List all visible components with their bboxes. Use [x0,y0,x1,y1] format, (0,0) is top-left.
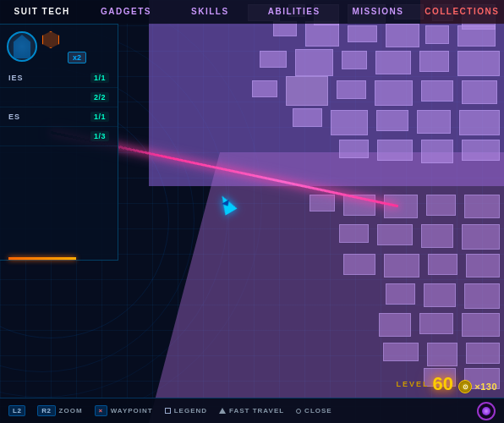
sidebar-rows: IES 1/1 2/2 ES 1/1 1/3 [0,69,118,146]
building-block [417,110,451,134]
building-block [348,25,377,42]
row-value-4: 1/3 [90,131,109,141]
level-label: LEVEL [397,380,430,388]
building-block [383,343,419,361]
building-block [457,25,496,47]
building-block [376,110,408,131]
currency-icon: ⊙ [458,380,472,393]
building-block [466,343,500,364]
key-circle [296,409,301,414]
building-block [462,140,500,161]
level-value: 60 [433,375,453,393]
label-close: CLOSE [304,407,332,415]
building-block [427,343,457,366]
building-block [384,254,419,277]
building-block [428,254,457,275]
building-block [377,224,413,245]
building-block [426,195,456,216]
building-block [342,51,367,69]
building-block [339,224,369,243]
building-block [462,80,497,104]
row-label-3: ES [8,113,90,121]
building-block [419,51,449,72]
key-triangle [219,408,226,414]
key-l2: L2 [8,405,25,416]
currency-value: ×130 [474,382,497,392]
row-value-1: 1/1 [90,73,109,83]
sidebar-row-1: IES 1/1 [0,69,118,88]
row-label-1: IES [8,74,90,82]
building-block [286,76,328,106]
x2-badge: x2 [68,52,86,63]
mini-orb [477,402,496,420]
key-r2: R2 [37,405,55,416]
building-block [252,80,277,97]
character-icon [7,31,37,62]
top-navigation: SUIT TECH GADGETS SKILLS ABILITIES MISSI… [0,0,504,24]
sidebar-progress-bar [8,257,76,260]
building-block [384,195,418,218]
level-indicator: LEVEL 60 [397,375,454,393]
building-block [464,283,500,309]
building-block [343,254,375,275]
city-area [149,0,504,423]
label-zoom: ZOOM [59,407,83,415]
label-legend: LEGEND [174,407,207,415]
label-fast-travel: FAST TRAVEL [229,407,284,415]
building-block [425,25,449,44]
header-icons [42,31,86,48]
building-block [331,110,368,135]
player-arrow [216,192,238,215]
player-marker [220,195,245,224]
building-block [419,313,453,334]
building-block [457,51,500,76]
building-block [337,80,366,99]
nav-abilities[interactable]: ABILITIES [252,0,336,24]
building-block [386,24,419,47]
building-block [421,80,453,102]
nav-missions[interactable]: MISSIONS [336,0,419,24]
hex-icon [42,31,59,48]
row-value-3: 1/1 [90,112,109,122]
building-block [310,195,335,212]
sidebar-row-4: 1/3 [0,127,118,146]
bottom-bar: L2 R2 ZOOM × WAYPOINT LEGEND FAST TRAVEL… [0,398,504,423]
building-block [377,140,413,161]
control-legend: LEGEND [165,407,207,415]
building-block [421,140,453,163]
sidebar-header: x2 [0,25,118,65]
control-fast-travel: FAST TRAVEL [219,407,284,415]
building-block [305,21,339,47]
control-r2: R2 ZOOM [37,405,82,416]
orb-inner [482,407,490,415]
key-square [165,408,171,414]
control-l2: L2 [8,405,25,416]
building-block [375,51,411,74]
key-x: × [95,405,107,416]
nav-skills[interactable]: SKILLS [168,0,252,24]
label-waypoint: WAYPOINT [111,407,153,415]
building-block [293,108,322,127]
sidebar-panel: x2 IES 1/1 2/2 ES 1/1 1/3 [0,24,118,261]
building-block [375,80,413,106]
building-block [464,195,500,218]
nav-collections[interactable]: COLLECTIONS [420,0,504,24]
building-block [260,51,287,68]
building-block [462,313,500,337]
control-waypoint: × WAYPOINT [95,405,153,416]
nav-suit-tech[interactable]: SUIT TECH [0,0,84,24]
building-block [459,110,500,135]
building-block [421,224,453,248]
currency-counter: ⊙ ×130 [458,380,497,393]
nav-gadgets[interactable]: GADGETS [84,0,167,24]
building-block [339,140,369,158]
row-value-2: 2/2 [90,92,109,102]
sidebar-row-2: 2/2 [0,88,118,107]
building-block [466,254,500,277]
building-block [379,313,411,337]
building-block [295,49,333,76]
building-block [462,224,500,250]
bottom-right-section [477,402,496,420]
building-block [424,283,456,307]
building-block [386,283,415,305]
